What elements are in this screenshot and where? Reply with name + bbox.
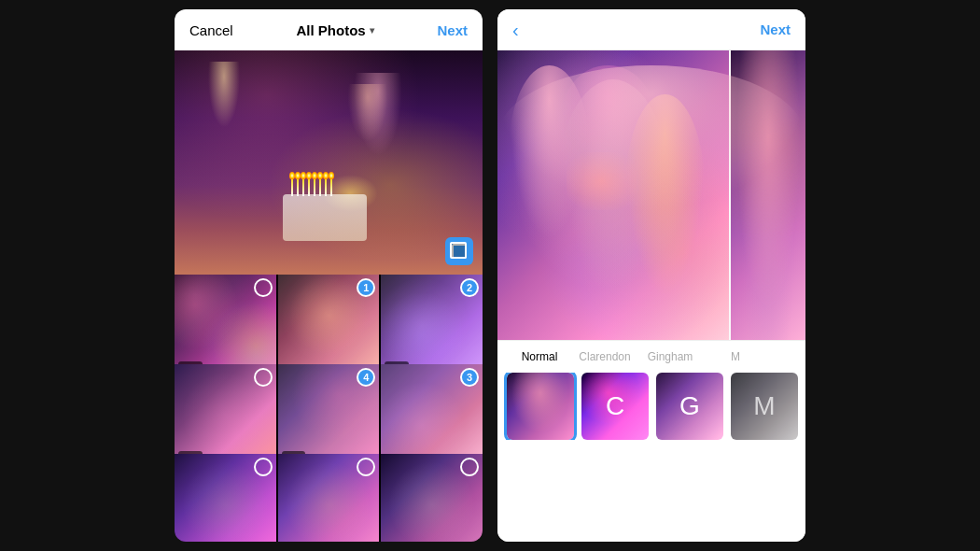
selection-indicator (254, 278, 273, 297)
side-photo (729, 50, 806, 340)
candle-icon (319, 177, 321, 196)
candle-icon (302, 177, 304, 196)
grid-cell[interactable] (278, 454, 380, 542)
filter-labels: Normal Clarendon Gingham M (497, 350, 805, 363)
multi-select-button[interactable] (445, 237, 473, 265)
candle-icon (291, 177, 293, 196)
grid-cell[interactable] (381, 454, 483, 542)
photo-preview (175, 50, 483, 275)
filter-label-gingham: Gingham (637, 350, 703, 363)
photo-picker-screen: Cancel All Photos ▾ Next (175, 9, 483, 542)
selection-number: 3 (460, 368, 479, 387)
candle-icon (314, 177, 315, 196)
candle-icon (330, 177, 332, 196)
photo-grid: 0:32 1 0:04 2 (175, 275, 483, 542)
cancel-button[interactable]: Cancel (189, 22, 233, 38)
grid-cell[interactable]: 0:04 2 (381, 275, 483, 376)
filter-clarendon[interactable]: C (581, 373, 649, 440)
grid-cell[interactable]: 3 (381, 364, 483, 466)
album-title: All Photos (297, 22, 366, 38)
filter-letter-c: C (581, 373, 649, 440)
grid-cell[interactable]: 0:32 (175, 275, 276, 376)
photo-preview (497, 50, 805, 340)
candle-icon (308, 177, 310, 196)
filter-letter-m: M (731, 373, 798, 440)
selection-indicator (254, 458, 273, 476)
next-button[interactable]: Next (760, 21, 791, 37)
grid-cell[interactable]: 0:04 (175, 364, 276, 466)
selection-indicator (460, 458, 479, 476)
grid-cell[interactable]: 0:04 4 (278, 364, 380, 466)
filter-moon[interactable]: M (731, 373, 798, 440)
candle-icon (297, 177, 299, 196)
selection-number: 2 (460, 278, 479, 297)
preview-image (175, 50, 483, 275)
filter-gingham[interactable]: G (656, 373, 723, 440)
multi-select-icon (452, 244, 467, 259)
album-selector[interactable]: All Photos ▾ (297, 22, 374, 38)
candle-icon (325, 177, 327, 196)
filter-label-moon: M (703, 350, 768, 363)
filter-normal[interactable] (507, 373, 574, 440)
filter-label-clarendon: Clarendon (572, 350, 637, 363)
chevron-down-icon: ▾ (370, 25, 374, 35)
filter-letter-g: G (656, 373, 723, 440)
filter-thumbnails: C G M (497, 373, 805, 440)
back-button[interactable]: ‹ (512, 21, 519, 39)
selection-indicator (254, 368, 273, 387)
screens-container: Cancel All Photos ▾ Next (175, 9, 805, 542)
filter-header: ‹ Next (497, 9, 805, 50)
next-button[interactable]: Next (437, 22, 468, 38)
filter-screen: ‹ Next (497, 9, 805, 542)
filter-panel: Normal Clarendon Gingham M C G M (497, 340, 805, 542)
grid-cell[interactable]: 1 (278, 275, 380, 376)
picker-header: Cancel All Photos ▾ Next (175, 9, 483, 50)
filter-label-normal: Normal (507, 350, 572, 363)
grid-cell[interactable] (175, 454, 276, 542)
